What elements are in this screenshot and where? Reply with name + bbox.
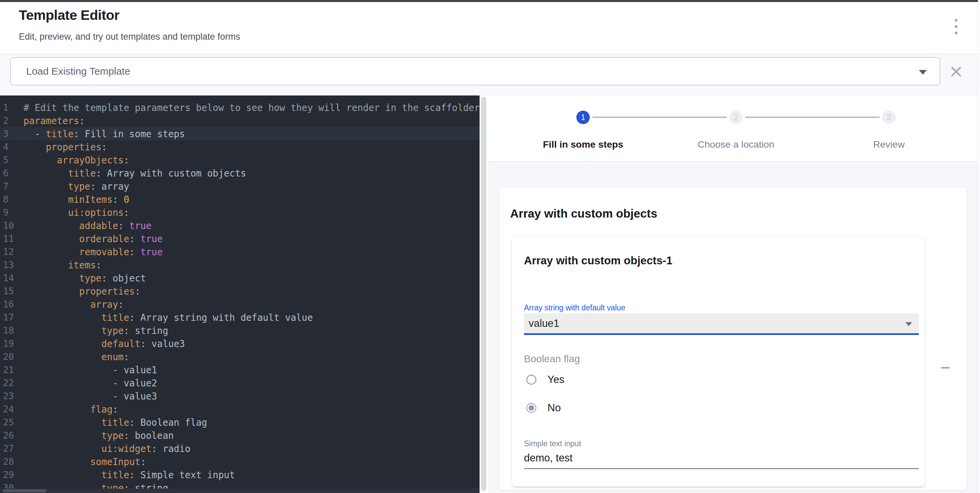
code-text: type: array (24, 181, 129, 192)
line-number: 27 (0, 443, 24, 454)
load-template-select[interactable]: Load Existing Template (10, 57, 940, 85)
code-line[interactable]: 15 properties: (0, 284, 480, 298)
hscroll-thumb[interactable] (3, 489, 46, 492)
code-line[interactable]: 27 ui:widget: radio (0, 442, 480, 455)
code-line[interactable]: 2parameters: (0, 114, 480, 127)
code-text: - title: Fill in some steps (24, 128, 185, 139)
code-text: title: Simple text input (24, 469, 235, 480)
code-text: default: value3 (24, 338, 185, 349)
line-number: 8 (0, 194, 24, 204)
code-line[interactable]: 12 removable: true (0, 245, 480, 258)
code-line[interactable]: 13 items: (0, 258, 480, 271)
close-icon (950, 66, 962, 77)
code-line[interactable]: 10 addable: true (0, 219, 480, 232)
code-text: parameters: (24, 115, 85, 126)
line-number: 29 (0, 469, 24, 480)
code-line[interactable]: 1# Edit the template parameters below to… (0, 101, 480, 114)
minus-icon (941, 367, 950, 369)
code-text: - value2 (24, 378, 157, 388)
code-line[interactable]: 4 properties: (0, 140, 480, 153)
stepper-step[interactable]: 1Fill in some steps (526, 96, 640, 150)
line-number: 20 (0, 351, 24, 362)
code-editor[interactable]: 1# Edit the template parameters below to… (0, 96, 480, 493)
code-text: minItems: 0 (24, 194, 129, 205)
radio-option[interactable]: No (524, 401, 561, 415)
select-value: value1 (529, 313, 559, 333)
code-text: title: Array with custom objects (24, 168, 246, 179)
line-number: 14 (0, 273, 24, 283)
code-text: type: object (24, 273, 146, 284)
header: Template Editor Edit, preview, and try o… (0, 2, 978, 54)
radio-checked-icon (526, 403, 536, 413)
code-text: - value3 (24, 391, 157, 402)
code-text: enum: (24, 351, 129, 362)
clear-selection-button[interactable] (950, 66, 962, 77)
code-line[interactable]: 6 title: Array with custom objects (0, 166, 480, 180)
more-options-button[interactable] (951, 19, 961, 34)
code-line[interactable]: 16 array: (0, 298, 480, 311)
array-item-title: Array with custom objects-1 (524, 254, 673, 267)
line-number: 15 (0, 286, 24, 296)
editor-hscrollbar[interactable] (0, 489, 480, 493)
code-text: properties: (24, 286, 140, 297)
code-line[interactable]: 23 - value3 (0, 389, 480, 402)
page-title: Template Editor (19, 7, 119, 23)
code-text: someInput: (24, 456, 146, 467)
text-input[interactable]: demo, test (524, 452, 573, 464)
line-number: 26 (0, 430, 24, 440)
select-input[interactable]: value1 (524, 313, 919, 335)
step-circle: 2 (729, 111, 743, 124)
code-line[interactable]: 11 orderable: true (0, 232, 480, 245)
code-text: ui:options: (24, 207, 129, 218)
code-line[interactable]: 20 enum: (0, 350, 480, 363)
code-line[interactable]: 7 type: array (0, 180, 480, 193)
code-text: type: string (24, 325, 168, 336)
code-text: - value1 (24, 365, 157, 375)
code-line[interactable]: 29 title: Simple text input (0, 468, 480, 481)
line-number: 10 (0, 220, 24, 231)
code-line[interactable]: 22 - value2 (0, 376, 480, 389)
stepper-step[interactable]: 2Choose a location (679, 96, 793, 150)
code-line[interactable]: 8 minItems: 0 (0, 193, 480, 206)
line-number: 5 (0, 155, 24, 165)
code-line[interactable]: 25 title: Boolean flag (0, 416, 480, 429)
code-text: title: Array string with default value (24, 312, 313, 323)
code-line[interactable]: 17 title: Array string with default valu… (0, 311, 480, 324)
code-line[interactable]: 21 - value1 (0, 363, 480, 376)
kebab-icon (955, 19, 958, 22)
line-number: 7 (0, 181, 24, 191)
form-section-title: Array with custom objects (510, 207, 657, 220)
line-number: 23 (0, 391, 24, 401)
code-line[interactable]: 3 - title: Fill in some steps (0, 127, 480, 140)
load-template-row: Load Existing Template (0, 55, 978, 96)
code-line[interactable]: 24 flag: (0, 402, 480, 416)
code-line[interactable]: 26 type: boolean (0, 429, 480, 442)
code-line[interactable]: 5 arrayObjects: (0, 153, 480, 166)
radio-label: Yes (547, 373, 565, 386)
select-caret-icon (905, 322, 912, 326)
remove-item-button[interactable] (938, 360, 953, 375)
line-number: 13 (0, 260, 24, 270)
code-line[interactable]: 9 ui:options: (0, 206, 480, 219)
line-number: 11 (0, 233, 24, 244)
line-number: 28 (0, 456, 24, 467)
stepper: 1Fill in some steps2Choose a location3Re… (486, 96, 980, 162)
code-text: # Edit the template parameters below to … (24, 102, 480, 113)
page-subtitle: Edit, preview, and try out templates and… (19, 32, 240, 42)
stepper-step[interactable]: 3Review (832, 96, 946, 150)
line-number: 6 (0, 168, 24, 178)
array-item-card: Array with custom objects-1 Array string… (512, 236, 925, 487)
line-number: 19 (0, 338, 24, 349)
code-line[interactable]: 28 someInput: (0, 455, 480, 468)
code-line[interactable]: 14 type: object (0, 271, 480, 284)
code-text: ui:widget: radio (24, 443, 191, 454)
radio-label: No (547, 402, 561, 414)
code-text: orderable: true (24, 233, 163, 244)
code-line[interactable]: 19 default: value3 (0, 337, 480, 350)
code-line[interactable]: 18 type: string (0, 324, 480, 337)
code-text: arrayObjects: (24, 155, 129, 166)
radio-option[interactable]: Yes (524, 373, 565, 387)
load-template-placeholder: Load Existing Template (26, 58, 130, 85)
editor-scrollbar[interactable] (481, 97, 486, 491)
text-input-label: Simple text input (524, 439, 581, 448)
